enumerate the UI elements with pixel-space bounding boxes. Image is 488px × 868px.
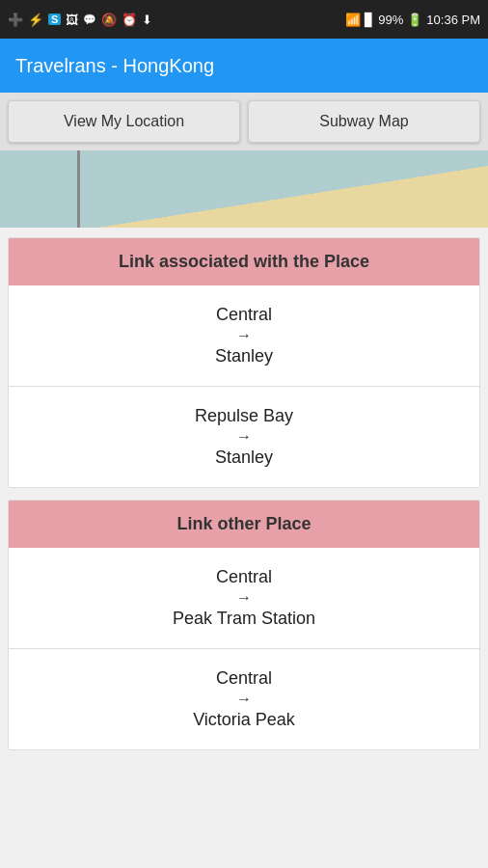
silent-icon: 🔕 bbox=[101, 13, 117, 27]
signal-icon: ▊ bbox=[365, 13, 374, 27]
route-repulse-stanley[interactable]: Repulse Bay → Stanley bbox=[9, 387, 479, 487]
route-from-3: Central bbox=[24, 567, 464, 587]
button-row: View My Location Subway Map bbox=[0, 93, 488, 150]
title-bar: Travelrans - HongKong bbox=[0, 39, 488, 93]
wifi-icon: 📶 bbox=[345, 13, 361, 27]
route-central-peak-tram[interactable]: Central → Peak Tram Station bbox=[9, 548, 479, 649]
route-from-1: Central bbox=[24, 305, 464, 325]
talk-icon: 💬 bbox=[83, 14, 96, 26]
route-central-stanley[interactable]: Central → Stanley bbox=[9, 285, 479, 387]
status-icons-left: ➕ ⚡ S 🖼 💬 🔕 ⏰ ⬇ bbox=[8, 13, 152, 27]
map-area bbox=[0, 150, 488, 228]
clock: 10:36 PM bbox=[426, 13, 480, 27]
route-arrow-3: → bbox=[24, 589, 464, 607]
route-arrow-1: → bbox=[24, 327, 464, 344]
section-other-header: Link other Place bbox=[9, 501, 479, 548]
section-associated: Link associated with the Place Central →… bbox=[8, 237, 480, 488]
battery-icon: 🔋 bbox=[407, 13, 422, 27]
usb-icon: ⚡ bbox=[28, 13, 43, 27]
route-to-1: Stanley bbox=[24, 346, 464, 366]
route-from-4: Central bbox=[24, 668, 464, 689]
main-content: Link associated with the Place Central →… bbox=[0, 228, 488, 760]
route-to-2: Stanley bbox=[24, 448, 464, 468]
s-app-icon: S bbox=[48, 14, 61, 25]
app-title: Travelrans - HongKong bbox=[15, 55, 214, 77]
status-info-right: 📶 ▊ 99% 🔋 10:36 PM bbox=[345, 13, 480, 27]
image-icon: 🖼 bbox=[66, 13, 78, 27]
route-arrow-4: → bbox=[24, 691, 464, 708]
view-my-location-button[interactable]: View My Location bbox=[8, 100, 240, 143]
section-other-title: Link other Place bbox=[176, 514, 311, 533]
status-bar: ➕ ⚡ S 🖼 💬 🔕 ⏰ ⬇ 📶 ▊ 99% 🔋 10:36 PM bbox=[0, 0, 488, 39]
section-other: Link other Place Central → Peak Tram Sta… bbox=[8, 500, 480, 750]
route-from-2: Repulse Bay bbox=[24, 406, 464, 426]
section-associated-header: Link associated with the Place bbox=[9, 238, 479, 285]
subway-map-button[interactable]: Subway Map bbox=[248, 100, 480, 143]
battery-percent: 99% bbox=[378, 13, 403, 27]
add-icon: ➕ bbox=[8, 13, 23, 27]
alarm-icon: ⏰ bbox=[122, 13, 137, 27]
route-to-3: Peak Tram Station bbox=[24, 609, 464, 629]
down-arrow-icon: ⬇ bbox=[142, 13, 152, 27]
route-arrow-2: → bbox=[24, 428, 464, 446]
route-to-4: Victoria Peak bbox=[24, 710, 464, 730]
section-associated-title: Link associated with the Place bbox=[119, 252, 369, 271]
route-central-victoria[interactable]: Central → Victoria Peak bbox=[9, 649, 479, 749]
